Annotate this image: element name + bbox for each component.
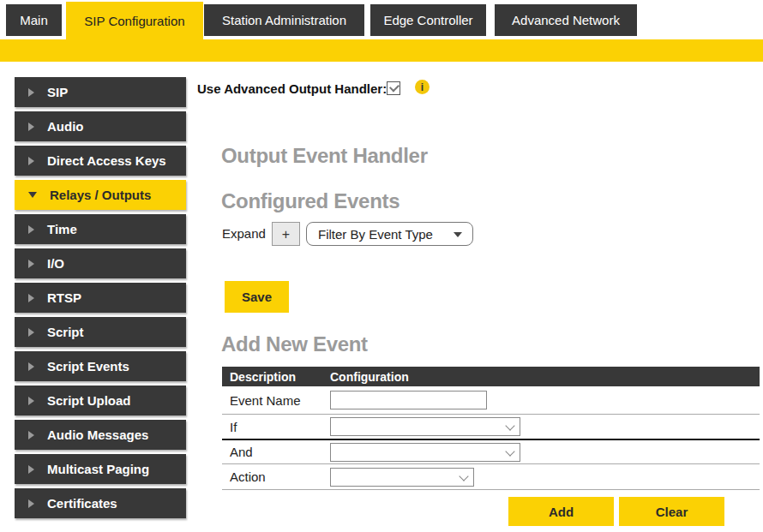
chevron-right-icon <box>28 294 34 302</box>
event-name-input[interactable] <box>330 391 487 409</box>
sidebar-item-rtsp[interactable]: RTSP <box>15 283 186 313</box>
top-tab-bar: Main SIP Configuration Station Administr… <box>0 0 763 39</box>
sidebar-nav: SIP Audio Direct Access Keys Relays / Ou… <box>15 77 186 518</box>
sidebar-item-label: SIP <box>47 85 68 99</box>
tab-advanced-network[interactable]: Advanced Network <box>495 4 637 36</box>
action-label: Action <box>222 469 330 484</box>
and-select[interactable] <box>330 443 520 462</box>
tab-edge-controller[interactable]: Edge Controller <box>370 4 486 36</box>
filter-by-event-type-dropdown[interactable]: Filter By Event Type <box>306 222 473 246</box>
sidebar-item-label: Audio <box>47 119 84 134</box>
configured-events-title: Configured Events <box>221 189 400 213</box>
expand-all-button[interactable]: + <box>272 222 300 246</box>
event-name-label: Event Name <box>222 393 330 408</box>
sidebar-item-label: Relays / Outputs <box>50 188 151 202</box>
chevron-right-icon <box>28 362 34 371</box>
sidebar-item-relays-outputs[interactable]: Relays / Outputs <box>15 180 186 210</box>
add-new-event-title: Add New Event <box>221 332 368 356</box>
advanced-output-handler-label: Use Advanced Output Handler: <box>197 81 387 96</box>
sidebar-item-label: Script Upload <box>47 393 131 408</box>
table-row-and: And <box>222 440 760 464</box>
sidebar-item-sip[interactable]: SIP <box>15 77 186 107</box>
expand-label: Expand <box>222 226 266 241</box>
sidebar-item-multicast-paging[interactable]: Multicast Paging <box>15 454 186 484</box>
sidebar-item-script-upload[interactable]: Script Upload <box>15 386 186 415</box>
chevron-right-icon <box>28 328 34 337</box>
table-row-event-name: Event Name <box>222 386 760 415</box>
sidebar-item-direct-access-keys[interactable]: Direct Access Keys <box>15 146 186 176</box>
sidebar-item-label: RTSP <box>47 290 81 305</box>
sidebar-item-label: Multicast Paging <box>47 462 149 476</box>
table-header-row: Description Configuration <box>222 367 760 386</box>
sidebar-item-label: Time <box>47 222 77 236</box>
sidebar-item-script[interactable]: Script <box>15 317 186 347</box>
page: Main SIP Configuration Station Administr… <box>0 0 763 532</box>
sidebar-item-label: Script <box>47 325 84 339</box>
sidebar-item-audio[interactable]: Audio <box>15 111 186 141</box>
sidebar-item-certificates[interactable]: Certificates <box>15 488 186 518</box>
chevron-right-icon <box>28 88 34 97</box>
table-row-if: If <box>222 415 760 440</box>
chevron-right-icon <box>28 397 34 405</box>
chevron-right-icon <box>28 157 34 165</box>
save-button[interactable]: Save <box>225 281 289 313</box>
table-row-action: Action <box>222 464 760 490</box>
add-button[interactable]: Add <box>508 497 614 526</box>
chevron-right-icon <box>28 499 34 508</box>
add-new-event-table: Description Configuration Event Name If … <box>222 367 760 490</box>
if-label: If <box>222 420 330 434</box>
sidebar-item-script-events[interactable]: Script Events <box>15 351 186 381</box>
sidebar-item-io[interactable]: I/O <box>15 248 186 278</box>
advanced-output-handler-checkbox[interactable] <box>387 81 400 95</box>
info-icon[interactable]: i <box>415 80 430 94</box>
tab-sip-configuration[interactable]: SIP Configuration <box>66 2 203 39</box>
chevron-right-icon <box>28 123 34 131</box>
chevron-right-icon <box>28 465 34 474</box>
clear-button[interactable]: Clear <box>619 497 724 526</box>
sidebar-item-label: Certificates <box>47 496 117 511</box>
action-select[interactable] <box>330 468 474 487</box>
dropdown-arrow-icon <box>454 232 462 237</box>
column-header-description: Description <box>222 370 330 384</box>
sidebar-item-audio-messages[interactable]: Audio Messages <box>15 420 186 450</box>
column-header-configuration: Configuration <box>330 370 409 384</box>
if-select[interactable] <box>330 417 520 436</box>
and-label: And <box>222 445 330 459</box>
tab-station-administration[interactable]: Station Administration <box>204 4 364 36</box>
sidebar-item-time[interactable]: Time <box>15 214 186 244</box>
chevron-down-icon <box>28 192 37 198</box>
sidebar-item-label: Audio Messages <box>47 427 148 442</box>
sidebar-item-label: Script Events <box>47 359 129 374</box>
chevron-right-icon <box>28 260 34 268</box>
filter-dropdown-value: Filter By Event Type <box>318 227 433 242</box>
output-event-handler-title: Output Event Handler <box>221 144 428 168</box>
chevron-right-icon <box>28 431 34 439</box>
accent-bar <box>0 39 763 62</box>
tab-main[interactable]: Main <box>6 4 62 36</box>
sidebar-item-label: I/O <box>47 256 64 271</box>
chevron-right-icon <box>28 225 34 234</box>
sidebar-item-label: Direct Access Keys <box>47 153 166 168</box>
